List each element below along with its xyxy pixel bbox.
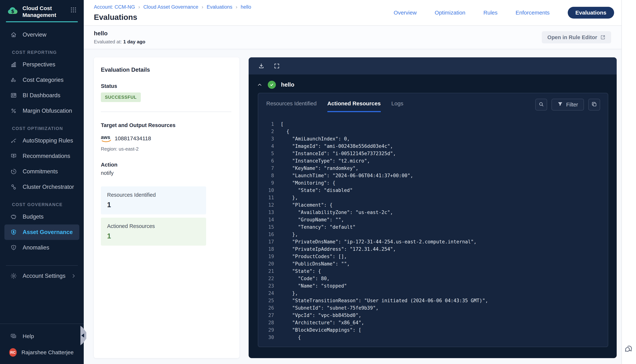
region-text: Region: us-east-2 [101,146,231,152]
funnel-icon [557,101,563,108]
chevron-right-icon [71,273,76,279]
cluster-icon [10,184,17,190]
breadcrumb-separator-icon: › [138,4,140,10]
chevron-left-icon [81,334,84,338]
recommendation-icon [10,152,17,160]
copy-button[interactable] [588,99,600,110]
chevron-up-icon[interactable] [257,82,263,88]
nav-link-rules[interactable]: Rules [483,10,498,16]
breadcrumb-link-account-ccm-ng[interactable]: Account: CCM-NG [94,4,135,10]
main-area: Account: CCM-NG›Cloud Asset Governance›E… [84,0,621,364]
help-chat-icon [10,333,17,340]
tab-logs[interactable]: Logs [391,100,403,112]
code-line: 2 { [258,128,604,135]
svg-text:$: $ [11,8,14,14]
breadcrumb-link-hello[interactable]: hello [241,4,251,10]
code-line: 11 }, [258,194,604,201]
code-line: 16 }, [258,231,604,238]
sidebar-item-account-settings[interactable]: Account Settings [0,268,84,284]
code-line: 22 "Code": 80, [258,275,604,282]
sidebar-item-margin-obfuscation[interactable]: Margin Obfuscation [0,103,84,118]
brand-accent-line [6,21,78,22]
code-line: 27 "VpcId": "vpc-bb845bd0", [258,312,604,319]
autostop-icon [10,137,17,144]
code-line: 7 "KeyName": "randomkey", [258,164,604,172]
evaluation-details-card: Evaluation Details Status SUCCESSFUL Tar… [94,57,239,358]
sidebar-item-commitments[interactable]: Commitments [0,164,84,179]
breadcrumb: Account: CCM-NG›Cloud Asset Governance›E… [94,4,251,10]
sidebar-item-budgets[interactable]: Budgets [0,209,84,224]
user-name: Rajarshee Chatterjee [22,349,74,356]
download-icon[interactable] [258,62,265,70]
nav-link-optimization[interactable]: Optimization [435,10,465,16]
sidebar-nav: OverviewCOST REPORTINGPerspectivesCost C… [0,27,84,255]
code-line: 26 "SubnetId": "subnet-75fe9b39", [258,304,604,312]
sidebar-item-cost-categories[interactable]: Cost Categories [0,72,84,88]
sidebar-item-perspectives[interactable]: Perspectives [0,57,84,72]
code-line: 8 "LaunchTime": "2024-06-06T04:41:37+00:… [258,172,604,179]
actioned-resources-count: 1 [107,232,200,240]
shapes-icon [10,76,17,84]
user-menu[interactable]: RC Rajarshee Chatterjee [0,344,84,357]
piggy-bank-icon [10,213,17,220]
sidebar-item-recommendations[interactable]: Recommendations [0,148,84,164]
sidebar-item-overview[interactable]: Overview [0,27,84,42]
sidebar-item-asset-governance[interactable]: Asset Governance [5,224,79,240]
module-nav: OverviewOptimizationRulesEnforcements [394,10,550,16]
code-line: 19 "ProductCodes": [], [258,253,604,260]
breadcrumb-link-evaluations[interactable]: Evaluations [207,4,232,10]
help-button[interactable]: Help [0,329,84,344]
sidebar-item-cluster-orchestrator[interactable]: Cluster Orchestrator [0,179,84,195]
resources-identified-box: Resources Identified 1 [101,186,206,214]
aws-account-id: 108817434118 [115,135,151,142]
clock-icon [10,168,17,175]
sidebar-item-anomalies[interactable]: Anomalies [0,240,84,255]
sidebar-item-bi-dashboards[interactable]: BI Dashboards [0,88,84,103]
ccm-cloud-dollar-logo-icon: $ [7,5,19,16]
search-button[interactable] [535,99,547,110]
external-link-icon [600,34,606,40]
support-chat-icon[interactable] [624,344,634,354]
status-label: Status [101,83,231,89]
details-divider [101,112,231,112]
code-line: 3 "AmiLaunchIndex": 0, [258,135,604,142]
viewer-toolbar [249,57,617,74]
shield-alert-icon [10,244,17,251]
topbar-left: Account: CCM-NG›Cloud Asset Governance›E… [94,0,251,25]
filter-button[interactable]: Filter [551,99,584,110]
code-line: 4 "ImageId": "ami-002438e556dd03e4c", [258,142,604,150]
subheader: hello Evaluated at:1 day ago Open in Rul… [84,26,621,49]
brand-title: Cloud Cost Management [23,5,61,18]
open-in-rule-editor-button[interactable]: Open in Rule Editor [542,31,611,44]
evaluation-name: hello [94,30,145,37]
gear-icon [10,272,17,280]
sidebar-item-autostopping-rules[interactable]: AutoStopping Rules [0,133,84,148]
resources-identified-count: 1 [107,201,200,209]
app-root: $ Cloud Cost Management OverviewCOST REP… [0,0,636,364]
topbar: Account: CCM-NG›Cloud Asset Governance›E… [84,0,621,26]
code-line: 28 "Architecture": "x86_64", [258,319,604,326]
code-line: 6 "InstanceType": "t2.micro", [258,157,604,164]
sidebar-section-cost-optimization: COST OPTIMIZATION [12,126,84,131]
home-icon [10,31,17,38]
sidebar-divider [6,265,78,266]
evaluated-at: Evaluated at:1 day ago [94,39,145,45]
nav-link-enforcements[interactable]: Enforcements [516,10,550,16]
code-line: 18 "PrivateIpAddress": "172.31.44.254", [258,246,604,253]
tab-actioned-resources[interactable]: Actioned Resources [328,100,381,112]
search-icon [538,101,544,108]
details-title: Evaluation Details [101,66,231,73]
nav-link-evaluations-active[interactable]: Evaluations [568,7,614,18]
code-line: 1[ [258,120,604,128]
breadcrumb-separator-icon: › [235,4,237,10]
code-line: 29 "BlockDeviceMappings": [ [258,326,604,334]
target-account-row: aws 108817434118 [101,134,231,142]
breadcrumb-link-cloud-asset-governance[interactable]: Cloud Asset Governance [143,4,198,10]
module-grid-icon[interactable] [70,6,77,14]
nav-link-overview[interactable]: Overview [394,10,417,16]
code-line: 10 "State": "disabled" [258,186,604,194]
content: Evaluation Details Status SUCCESSFUL Tar… [84,49,621,364]
code-line: 14 "GroupName": "", [258,216,604,223]
fullscreen-icon[interactable] [273,62,280,70]
tab-resources-identified[interactable]: Resources Identified [266,100,317,112]
